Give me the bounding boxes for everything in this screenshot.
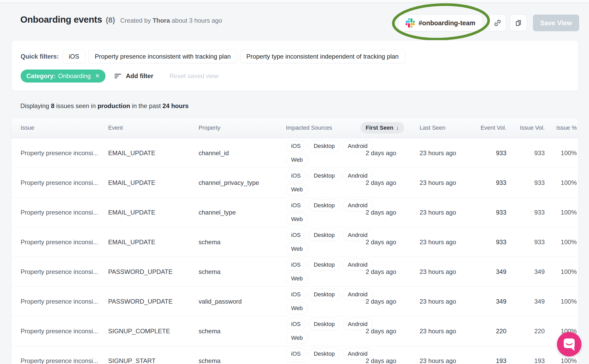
impacted-sources: iOSDesktopAndroidWeb xyxy=(286,229,366,255)
property-cell: schema xyxy=(199,239,286,246)
first-seen-cell: 2 days ago xyxy=(366,298,420,305)
source-pill: Desktop xyxy=(309,259,340,271)
first-seen-cell: 2 days ago xyxy=(366,268,420,275)
page-title: Onboarding events xyxy=(20,14,102,25)
table-row[interactable]: Property presence inconsi... EMAIL_UPDAT… xyxy=(11,168,578,197)
copy-link-button[interactable] xyxy=(489,15,506,31)
table-row[interactable]: Property presence inconsi... EMAIL_UPDAT… xyxy=(11,197,578,227)
impacted-sources: iOSDesktopAndroidWeb xyxy=(286,318,366,344)
issue-vol-cell: 193 xyxy=(506,357,545,364)
impacted-sources: iOSDesktopAndroidWeb xyxy=(286,140,366,166)
column-header-impacted-sources[interactable]: Impacted Sources xyxy=(286,124,366,131)
impacted-sources: iOSDesktopAndroidWeb xyxy=(286,288,366,314)
source-pill: iOS xyxy=(286,170,306,182)
link-icon xyxy=(494,19,501,27)
impacted-sources: iOSDesktopAndroidWeb xyxy=(286,199,366,225)
issue-cell: Property presence inconsi... xyxy=(21,209,108,216)
event-cell: EMAIL_UPDATE xyxy=(108,209,199,216)
first-seen-cell: 2 days ago xyxy=(366,209,420,216)
property-cell: channel_id xyxy=(199,149,286,157)
source-pill: Desktop xyxy=(309,140,340,152)
issue-vol-cell: 933 xyxy=(506,179,545,186)
filter-icon xyxy=(114,72,122,80)
event-cell: EMAIL_UPDATE xyxy=(108,149,199,157)
add-filter-button[interactable]: Add filter xyxy=(114,72,153,80)
table-row[interactable]: Property presence inconsi... SIGNUP_STAR… xyxy=(11,346,578,364)
issue-count-badge: (8) xyxy=(106,16,115,24)
duplicate-view-button[interactable] xyxy=(510,15,527,31)
reset-saved-view-button[interactable]: Reset saved view xyxy=(169,72,218,80)
event-vol-cell: 933 xyxy=(467,149,506,157)
column-header-issue-pct[interactable]: Issue % xyxy=(545,124,577,131)
quick-filter-button[interactable]: Property presence inconsistent with trac… xyxy=(89,50,237,63)
column-header-event[interactable]: Event xyxy=(108,124,199,131)
last-seen-cell: 23 hours ago xyxy=(420,328,467,335)
issue-cell: Property presence inconsi... xyxy=(21,239,108,246)
source-pill: Web xyxy=(286,154,308,166)
event-cell: PASSWORD_UPDATE xyxy=(108,298,199,305)
issue-vol-cell: 933 xyxy=(506,239,545,246)
last-seen-cell: 23 hours ago xyxy=(420,268,467,275)
column-header-property[interactable]: Property xyxy=(199,124,286,131)
remove-filter-icon[interactable]: ✕ xyxy=(95,73,100,79)
quick-filter-button[interactable]: Property type inconsistent independent o… xyxy=(240,50,405,63)
column-header-issue[interactable]: Issue xyxy=(21,124,108,131)
table-row[interactable]: Property presence inconsi... PASSWORD_UP… xyxy=(11,286,578,316)
column-header-first-seen[interactable]: First Seen ↓ xyxy=(366,122,420,134)
table-row[interactable]: Property presence inconsi... EMAIL_UPDAT… xyxy=(11,227,578,257)
slack-channel-label: #onboarding-team xyxy=(419,19,475,27)
sort-descending-icon: ↓ xyxy=(396,124,399,131)
column-header-event-vol[interactable]: Event Vol. xyxy=(467,124,506,131)
issue-pct-cell: 100% xyxy=(545,239,577,246)
summary-environment: production xyxy=(97,102,130,109)
first-seen-cell: 2 days ago xyxy=(366,179,420,186)
source-pill: iOS xyxy=(286,318,306,330)
column-header-issue-vol[interactable]: Issue Vol. xyxy=(506,124,545,131)
source-pill: iOS xyxy=(286,140,306,152)
page-header: Onboarding events (8) Created by Thora a… xyxy=(20,14,222,25)
source-pill: iOS xyxy=(286,199,306,211)
issue-cell: Property presence inconsi... xyxy=(21,328,108,335)
top-divider xyxy=(0,2,589,3)
first-seen-cell: 2 days ago xyxy=(366,239,420,246)
last-seen-cell: 23 hours ago xyxy=(420,239,467,246)
event-vol-cell: 933 xyxy=(467,209,506,216)
chat-bubble-icon xyxy=(562,337,576,352)
issue-vol-cell: 349 xyxy=(506,268,545,275)
last-seen-cell: 23 hours ago xyxy=(420,209,467,216)
table-row[interactable]: Property presence inconsi... SIGNUP_COMP… xyxy=(11,316,578,346)
summary-time-range: 24 hours xyxy=(163,102,189,109)
copy-icon xyxy=(514,19,522,27)
source-pill: Web xyxy=(286,302,308,314)
last-seen-cell: 23 hours ago xyxy=(420,149,467,157)
sort-pill[interactable]: First Seen ↓ xyxy=(360,122,404,134)
first-seen-cell: 2 days ago xyxy=(366,149,420,157)
issue-cell: Property presence inconsi... xyxy=(21,149,108,157)
category-filter-chip[interactable]: Category: Onboarding ✕ xyxy=(21,70,106,83)
source-pill: Web xyxy=(286,243,308,255)
chat-launcher-button[interactable] xyxy=(557,332,581,356)
issue-cell: Property presence inconsi... xyxy=(21,179,108,186)
event-vol-cell: 933 xyxy=(467,239,506,246)
issue-pct-cell: 100% xyxy=(545,298,577,305)
source-pill: Web xyxy=(286,273,308,285)
issue-vol-cell: 220 xyxy=(506,328,545,335)
issue-pct-cell: 100% xyxy=(545,209,577,216)
column-header-last-seen[interactable]: Last Seen xyxy=(420,124,467,131)
source-pill: Desktop xyxy=(309,348,340,360)
first-seen-cell: 2 days ago xyxy=(366,328,420,335)
issue-cell: Property presence inconsi... xyxy=(21,298,108,305)
source-pill: iOS xyxy=(286,288,306,300)
slack-channel-button[interactable]: #onboarding-team xyxy=(398,15,482,31)
table-row[interactable]: Property presence inconsi... EMAIL_UPDAT… xyxy=(11,138,578,168)
source-pill: Desktop xyxy=(309,229,340,241)
event-cell: PASSWORD_UPDATE xyxy=(108,268,199,275)
add-filter-label: Add filter xyxy=(126,72,153,80)
property-cell: schema xyxy=(199,328,286,335)
table-row[interactable]: Property presence inconsi... PASSWORD_UP… xyxy=(11,257,578,286)
save-view-button[interactable]: Save View xyxy=(533,15,579,31)
quick-filter-button[interactable]: iOS xyxy=(63,50,85,63)
property-cell: channel_privacy_type xyxy=(199,179,286,186)
event-vol-cell: 933 xyxy=(467,179,506,186)
chip-value: Onboarding xyxy=(58,72,91,80)
